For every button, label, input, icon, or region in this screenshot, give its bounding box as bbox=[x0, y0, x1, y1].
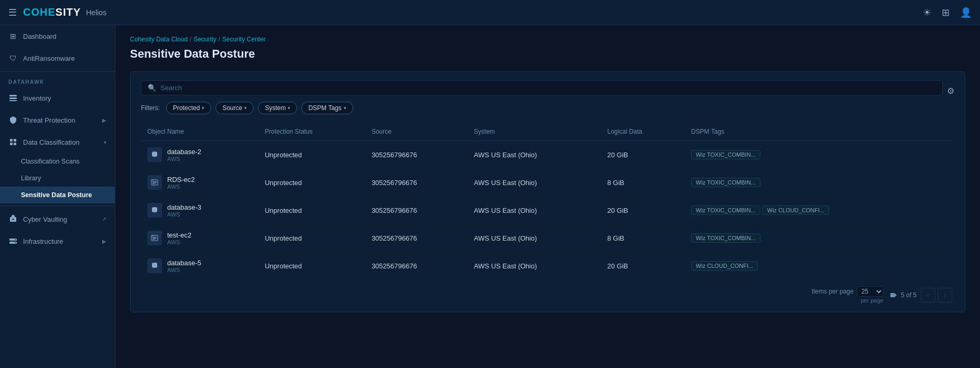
dspm-tags-cell: Wiz TOXIC_COMBIN... bbox=[685, 141, 954, 169]
grid-icon[interactable]: ⊞ bbox=[942, 7, 950, 18]
col-protection-status: Protection Status bbox=[258, 123, 365, 141]
logical-data-cell: 8 GiB bbox=[601, 169, 685, 197]
next-page-button[interactable]: › bbox=[938, 288, 952, 302]
filter-chip-system[interactable]: System ▾ bbox=[258, 102, 297, 114]
brand: COHESITY Helios bbox=[23, 6, 106, 18]
inventory-icon bbox=[8, 93, 18, 103]
sidebar-sub-item-sensitive-data-posture[interactable]: Sensitive Data Posture bbox=[0, 187, 115, 203]
svg-rect-1 bbox=[9, 98, 17, 99]
tag-badge: Wiz TOXIC_COMBIN... bbox=[691, 178, 760, 187]
shield-icon: 🛡 bbox=[8, 53, 18, 63]
main-panel: 🔍 ⚙ Filters: Protected ▾ Source ▾ System bbox=[130, 71, 965, 312]
filter-chip-label: System bbox=[265, 104, 286, 112]
object-sub: AWS bbox=[167, 156, 201, 162]
svg-rect-22 bbox=[153, 238, 157, 239]
table-row: database-2 AWS Unprotected 305256796676 … bbox=[141, 141, 954, 169]
protection-status-cell: Unprotected bbox=[258, 197, 365, 224]
sidebar-item-antiransomware[interactable]: 🛡 AntiRansomware bbox=[0, 47, 115, 69]
search-icon: 🔍 bbox=[148, 84, 156, 92]
object-sub: AWS bbox=[167, 239, 191, 245]
object-icon bbox=[147, 147, 162, 162]
svg-rect-21 bbox=[153, 237, 157, 237]
data-table: Object Name Protection Status Source Sys… bbox=[141, 123, 954, 280]
sidebar-item-threat-protection[interactable]: Threat Protection ▶ bbox=[0, 109, 115, 131]
chip-arrow-icon: ▾ bbox=[288, 105, 290, 111]
filter-chip-protected[interactable]: Protected ▾ bbox=[166, 102, 211, 114]
table-header-row: Object Name Protection Status Source Sys… bbox=[141, 123, 954, 141]
prev-page-button[interactable]: ‹ bbox=[921, 288, 935, 302]
topnav-right: ☀ ⊞ 👤 bbox=[923, 7, 972, 18]
breadcrumb-link-3[interactable]: Security Center bbox=[222, 36, 266, 43]
breadcrumb-link-1[interactable]: Cohesity Data Cloud bbox=[130, 36, 188, 43]
menu-icon[interactable]: ☰ bbox=[8, 7, 17, 18]
sidebar-item-label: Dashboard bbox=[23, 33, 57, 40]
search-input[interactable] bbox=[160, 84, 936, 92]
page-title: Sensitive Data Posture bbox=[130, 47, 965, 61]
source-cell: 305256796676 bbox=[365, 252, 467, 280]
sidebar-item-data-classification[interactable]: Data Classification ▾ bbox=[0, 131, 115, 153]
sidebar-item-inventory[interactable]: Inventory bbox=[0, 87, 115, 109]
breadcrumb-link-2[interactable]: Security bbox=[193, 36, 216, 43]
sidebar-item-label: Data Classification bbox=[23, 138, 80, 146]
object-name: database-5 bbox=[167, 259, 201, 267]
logical-data-cell: 8 GiB bbox=[601, 224, 685, 252]
breadcrumb: Cohesity Data Cloud / Security / Securit… bbox=[130, 36, 965, 43]
svg-rect-16 bbox=[153, 182, 157, 183]
sidebar-item-dashboard[interactable]: ⊞ Dashboard bbox=[0, 25, 115, 47]
settings-button[interactable]: ⚙ bbox=[947, 86, 954, 96]
content-area: Cohesity Data Cloud / Security / Securit… bbox=[115, 25, 980, 368]
object-name-cell: VM test-ec2 AWS bbox=[147, 231, 252, 245]
object-name: database-2 bbox=[167, 148, 201, 156]
object-name-text: RDS-ec2 AWS bbox=[167, 176, 195, 190]
svg-rect-0 bbox=[9, 95, 17, 96]
sun-icon[interactable]: ☀ bbox=[923, 7, 931, 18]
chevron-right-icon: ▶ bbox=[102, 117, 106, 123]
logical-data-cell: 20 GiB bbox=[601, 141, 685, 169]
items-per-page-select[interactable]: 25 50 100 bbox=[857, 286, 884, 297]
protection-status-cell: Unprotected bbox=[258, 169, 365, 197]
object-name-cell: VM RDS-ec2 AWS bbox=[147, 175, 252, 190]
object-name-cell: database-5 AWS bbox=[147, 258, 252, 273]
sidebar-sub-item-library[interactable]: Library bbox=[0, 170, 115, 187]
logical-data-cell: 20 GiB bbox=[601, 197, 685, 224]
object-name-text: test-ec2 AWS bbox=[167, 231, 191, 245]
svg-rect-2 bbox=[9, 100, 17, 101]
infrastructure-icon bbox=[8, 236, 18, 246]
filter-chip-label: Protected bbox=[173, 104, 200, 112]
sidebar-sub-item-classification-scans[interactable]: Classification Scans bbox=[0, 153, 115, 170]
object-sub: AWS bbox=[167, 211, 201, 218]
sidebar-item-cyber-vaulting[interactable]: Cyber Vaulting ↗ bbox=[0, 208, 115, 230]
sidebar-item-infrastructure[interactable]: Infrastructure ▶ bbox=[0, 230, 115, 252]
source-cell: 305256796676 bbox=[365, 169, 467, 197]
table-row: database-3 AWS Unprotected 305256796676 … bbox=[141, 197, 954, 224]
svg-rect-4 bbox=[14, 139, 16, 142]
object-name: test-ec2 bbox=[167, 231, 191, 239]
object-name: RDS-ec2 bbox=[167, 176, 195, 183]
object-sub: AWS bbox=[167, 183, 195, 190]
filter-chip-label: DSPM Tags bbox=[308, 104, 341, 112]
sidebar-divider-2 bbox=[0, 205, 115, 206]
filter-chip-dspm-tags[interactable]: DSPM Tags ▾ bbox=[301, 102, 353, 114]
sidebar-sub-label: Sensitive Data Posture bbox=[21, 191, 92, 199]
breadcrumb-sep-1: / bbox=[190, 36, 191, 43]
sidebar-item-label: Threat Protection bbox=[23, 116, 75, 124]
user-icon[interactable]: 👤 bbox=[960, 7, 972, 18]
object-icon bbox=[147, 203, 162, 218]
svg-text:VM: VM bbox=[151, 235, 154, 237]
filter-chip-source[interactable]: Source ▾ bbox=[215, 102, 254, 114]
source-cell: 305256796676 bbox=[365, 224, 467, 252]
cyber-vault-icon bbox=[8, 214, 18, 224]
object-name-cell: database-3 AWS bbox=[147, 203, 252, 218]
col-logical-data: Logical Data bbox=[601, 123, 685, 141]
dashboard-icon: ⊞ bbox=[8, 31, 18, 41]
object-sub: AWS bbox=[167, 267, 201, 273]
object-icon: VM bbox=[147, 175, 162, 190]
logical-data-cell: 20 GiB bbox=[601, 252, 685, 280]
sidebar-sub-label: Classification Scans bbox=[21, 158, 80, 165]
pagination-count: 5 of 5 bbox=[890, 291, 917, 299]
table-row: VM test-ec2 AWS Unprotected 305256796676… bbox=[141, 224, 954, 252]
topnav: ☰ COHESITY Helios ☀ ⊞ 👤 bbox=[0, 0, 980, 25]
tag-badge: Wiz TOXIC_COMBIN... bbox=[691, 150, 760, 159]
svg-rect-15 bbox=[153, 181, 157, 182]
chip-arrow-icon: ▾ bbox=[244, 105, 247, 111]
